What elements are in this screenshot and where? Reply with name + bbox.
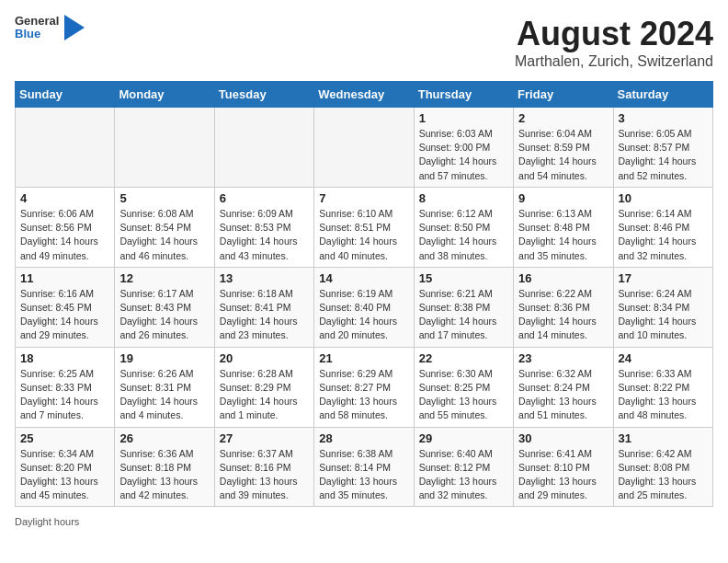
page-subtitle: Marthalen, Zurich, Switzerland <box>515 53 713 70</box>
day-number: 15 <box>419 271 508 285</box>
calendar-week-row: 1Sunrise: 6:03 AM Sunset: 9:00 PM Daylig… <box>16 108 713 188</box>
day-number: 11 <box>20 271 109 285</box>
daylight-label: Daylight hours <box>15 516 79 527</box>
day-number: 13 <box>220 271 309 285</box>
day-info: Sunrise: 6:06 AM Sunset: 8:56 PM Dayligh… <box>20 207 109 263</box>
day-number: 30 <box>518 431 608 445</box>
calendar-cell: 30Sunrise: 6:41 AM Sunset: 8:10 PM Dayli… <box>514 427 613 507</box>
day-info: Sunrise: 6:03 AM Sunset: 9:00 PM Dayligh… <box>419 127 508 183</box>
calendar-cell: 15Sunrise: 6:21 AM Sunset: 8:38 PM Dayli… <box>414 267 513 347</box>
calendar-cell <box>115 108 214 188</box>
day-info: Sunrise: 6:09 AM Sunset: 8:53 PM Dayligh… <box>220 207 309 263</box>
calendar-cell: 20Sunrise: 6:28 AM Sunset: 8:29 PM Dayli… <box>214 347 313 427</box>
day-number: 31 <box>619 431 708 445</box>
weekday-header: Friday <box>514 82 613 108</box>
day-info: Sunrise: 6:26 AM Sunset: 8:31 PM Dayligh… <box>119 367 209 423</box>
calendar-cell: 19Sunrise: 6:26 AM Sunset: 8:31 PM Dayli… <box>115 347 214 427</box>
calendar-cell: 8Sunrise: 6:12 AM Sunset: 8:50 PM Daylig… <box>414 187 513 267</box>
title-area: August 2024 Marthalen, Zurich, Switzerla… <box>515 15 713 70</box>
day-info: Sunrise: 6:37 AM Sunset: 8:16 PM Dayligh… <box>220 447 309 503</box>
day-number: 6 <box>220 191 309 205</box>
day-info: Sunrise: 6:42 AM Sunset: 8:08 PM Dayligh… <box>619 447 708 503</box>
day-number: 21 <box>319 351 408 365</box>
day-info: Sunrise: 6:08 AM Sunset: 8:54 PM Dayligh… <box>119 207 209 263</box>
calendar-week-row: 4Sunrise: 6:06 AM Sunset: 8:56 PM Daylig… <box>16 187 713 267</box>
day-number: 14 <box>319 271 408 285</box>
calendar-cell: 27Sunrise: 6:37 AM Sunset: 8:16 PM Dayli… <box>214 427 313 507</box>
calendar-cell: 4Sunrise: 6:06 AM Sunset: 8:56 PM Daylig… <box>16 187 115 267</box>
day-number: 10 <box>619 191 708 205</box>
calendar-cell: 10Sunrise: 6:14 AM Sunset: 8:46 PM Dayli… <box>613 187 712 267</box>
day-info: Sunrise: 6:30 AM Sunset: 8:25 PM Dayligh… <box>419 367 508 423</box>
day-number: 28 <box>319 431 408 445</box>
calendar-week-row: 25Sunrise: 6:34 AM Sunset: 8:20 PM Dayli… <box>16 427 713 507</box>
weekday-header-row: SundayMondayTuesdayWednesdayThursdayFrid… <box>16 82 713 108</box>
day-info: Sunrise: 6:34 AM Sunset: 8:20 PM Dayligh… <box>20 447 109 503</box>
calendar-cell: 29Sunrise: 6:40 AM Sunset: 8:12 PM Dayli… <box>414 427 513 507</box>
day-info: Sunrise: 6:32 AM Sunset: 8:24 PM Dayligh… <box>518 367 608 423</box>
weekday-header: Tuesday <box>214 82 313 108</box>
calendar-cell: 13Sunrise: 6:18 AM Sunset: 8:41 PM Dayli… <box>214 267 313 347</box>
calendar-table: SundayMondayTuesdayWednesdayThursdayFrid… <box>15 81 713 507</box>
day-number: 5 <box>119 191 209 205</box>
day-info: Sunrise: 6:29 AM Sunset: 8:27 PM Dayligh… <box>319 367 408 423</box>
day-info: Sunrise: 6:05 AM Sunset: 8:57 PM Dayligh… <box>619 127 708 183</box>
calendar-cell: 14Sunrise: 6:19 AM Sunset: 8:40 PM Dayli… <box>314 267 414 347</box>
logo: General Blue <box>15 15 85 41</box>
day-number: 9 <box>518 191 608 205</box>
calendar-cell: 17Sunrise: 6:24 AM Sunset: 8:34 PM Dayli… <box>613 267 712 347</box>
day-number: 12 <box>119 271 209 285</box>
calendar-cell <box>16 108 115 188</box>
calendar-cell: 24Sunrise: 6:33 AM Sunset: 8:22 PM Dayli… <box>613 347 712 427</box>
day-number: 2 <box>518 111 608 125</box>
day-number: 29 <box>419 431 508 445</box>
day-info: Sunrise: 6:10 AM Sunset: 8:51 PM Dayligh… <box>319 207 408 263</box>
day-number: 24 <box>619 351 708 365</box>
header: General Blue August 2024 Marthalen, Zuri… <box>15 15 713 70</box>
day-number: 18 <box>20 351 109 365</box>
calendar-week-row: 11Sunrise: 6:16 AM Sunset: 8:45 PM Dayli… <box>16 267 713 347</box>
day-number: 16 <box>518 271 608 285</box>
day-info: Sunrise: 6:21 AM Sunset: 8:38 PM Dayligh… <box>419 287 508 343</box>
calendar-cell: 12Sunrise: 6:17 AM Sunset: 8:43 PM Dayli… <box>115 267 214 347</box>
calendar-cell: 21Sunrise: 6:29 AM Sunset: 8:27 PM Dayli… <box>314 347 414 427</box>
day-info: Sunrise: 6:12 AM Sunset: 8:50 PM Dayligh… <box>419 207 508 263</box>
weekday-header: Thursday <box>414 82 513 108</box>
day-info: Sunrise: 6:13 AM Sunset: 8:48 PM Dayligh… <box>518 207 608 263</box>
calendar-cell: 7Sunrise: 6:10 AM Sunset: 8:51 PM Daylig… <box>314 187 414 267</box>
logo-blue: Blue <box>15 28 59 40</box>
day-number: 17 <box>619 271 708 285</box>
weekday-header: Wednesday <box>314 82 414 108</box>
day-info: Sunrise: 6:18 AM Sunset: 8:41 PM Dayligh… <box>220 287 309 343</box>
day-info: Sunrise: 6:19 AM Sunset: 8:40 PM Dayligh… <box>319 287 408 343</box>
day-number: 22 <box>419 351 508 365</box>
calendar-cell: 6Sunrise: 6:09 AM Sunset: 8:53 PM Daylig… <box>214 187 313 267</box>
day-info: Sunrise: 6:38 AM Sunset: 8:14 PM Dayligh… <box>319 447 408 503</box>
calendar-cell: 28Sunrise: 6:38 AM Sunset: 8:14 PM Dayli… <box>314 427 414 507</box>
day-info: Sunrise: 6:41 AM Sunset: 8:10 PM Dayligh… <box>518 447 608 503</box>
logo-general: General <box>15 15 59 28</box>
day-info: Sunrise: 6:17 AM Sunset: 8:43 PM Dayligh… <box>119 287 209 343</box>
calendar-cell: 3Sunrise: 6:05 AM Sunset: 8:57 PM Daylig… <box>613 108 712 188</box>
day-number: 3 <box>619 111 708 125</box>
page-title: August 2024 <box>515 15 713 53</box>
day-number: 19 <box>119 351 209 365</box>
calendar-week-row: 18Sunrise: 6:25 AM Sunset: 8:33 PM Dayli… <box>16 347 713 427</box>
calendar-cell: 9Sunrise: 6:13 AM Sunset: 8:48 PM Daylig… <box>514 187 613 267</box>
calendar-cell <box>314 108 414 188</box>
calendar-cell: 18Sunrise: 6:25 AM Sunset: 8:33 PM Dayli… <box>16 347 115 427</box>
weekday-header: Saturday <box>613 82 712 108</box>
day-info: Sunrise: 6:16 AM Sunset: 8:45 PM Dayligh… <box>20 287 109 343</box>
day-info: Sunrise: 6:40 AM Sunset: 8:12 PM Dayligh… <box>419 447 508 503</box>
logo-arrow-icon <box>64 15 85 40</box>
day-info: Sunrise: 6:04 AM Sunset: 8:59 PM Dayligh… <box>518 127 608 183</box>
day-info: Sunrise: 6:36 AM Sunset: 8:18 PM Dayligh… <box>119 447 209 503</box>
day-number: 20 <box>220 351 309 365</box>
day-info: Sunrise: 6:24 AM Sunset: 8:34 PM Dayligh… <box>619 287 708 343</box>
calendar-cell: 1Sunrise: 6:03 AM Sunset: 9:00 PM Daylig… <box>414 108 513 188</box>
calendar-cell: 26Sunrise: 6:36 AM Sunset: 8:18 PM Dayli… <box>115 427 214 507</box>
calendar-cell <box>214 108 313 188</box>
logo-text: General Blue <box>15 15 59 41</box>
day-number: 26 <box>119 431 209 445</box>
weekday-header: Monday <box>115 82 214 108</box>
